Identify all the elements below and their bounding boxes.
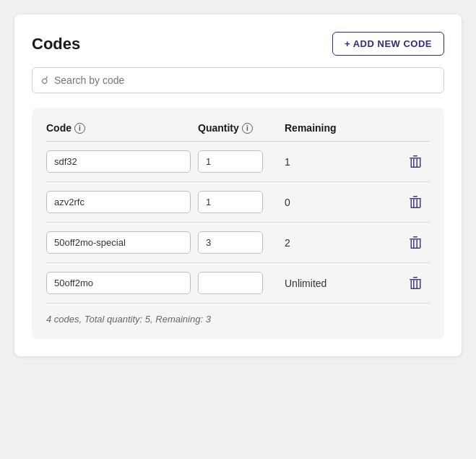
code-input-4[interactable] — [46, 272, 191, 294]
delete-button-1[interactable] — [401, 153, 430, 171]
table-row: 1 — [46, 142, 430, 182]
svg-rect-26 — [413, 280, 415, 288]
svg-rect-27 — [417, 280, 418, 288]
col-quantity: Quantity i — [198, 122, 277, 134]
add-new-code-button[interactable]: + ADD NEW CODE — [332, 32, 444, 56]
card-header: Codes + ADD NEW CODE — [32, 32, 444, 56]
svg-rect-8 — [413, 196, 417, 197]
svg-rect-12 — [413, 199, 415, 207]
trash-icon — [409, 276, 422, 291]
svg-rect-7 — [410, 198, 421, 200]
svg-rect-1 — [413, 155, 417, 157]
svg-rect-18 — [411, 247, 420, 249]
col-actions — [401, 122, 430, 134]
svg-rect-23 — [411, 280, 412, 288]
code-info-icon[interactable]: i — [74, 123, 85, 134]
svg-rect-9 — [411, 199, 412, 207]
table-row: 0 — [46, 182, 430, 223]
svg-rect-15 — [413, 236, 417, 238]
svg-rect-20 — [417, 239, 418, 248]
svg-rect-21 — [410, 279, 421, 280]
svg-rect-16 — [411, 239, 412, 248]
svg-rect-14 — [410, 239, 421, 240]
svg-rect-5 — [413, 158, 415, 167]
search-input[interactable] — [54, 74, 435, 86]
search-bar: ☌ — [32, 67, 444, 93]
svg-rect-22 — [413, 277, 417, 278]
svg-rect-0 — [410, 158, 421, 159]
svg-rect-19 — [413, 239, 415, 248]
delete-button-4[interactable] — [401, 275, 430, 292]
svg-rect-2 — [411, 158, 412, 167]
code-input-1[interactable] — [46, 150, 191, 173]
svg-rect-10 — [420, 199, 421, 207]
remaining-value-4: Unlimited — [285, 278, 394, 289]
table-header: Code i Quantity i Remaining — [46, 122, 430, 142]
remaining-value-1: 1 — [285, 156, 394, 168]
col-remaining: Remaining — [285, 122, 394, 134]
quantity-input-1[interactable] — [198, 150, 263, 173]
delete-button-2[interactable] — [401, 194, 430, 211]
svg-rect-25 — [411, 288, 420, 289]
svg-rect-3 — [420, 158, 421, 167]
codes-table-card: Code i Quantity i Remaining 1 — [32, 108, 444, 339]
col-code: Code i — [46, 122, 191, 134]
trash-icon — [409, 236, 422, 250]
table-row: 2 — [46, 223, 430, 263]
table-row: Unlimited — [46, 263, 430, 304]
code-input-3[interactable] — [46, 231, 191, 254]
svg-rect-4 — [411, 166, 420, 168]
quantity-input-3[interactable] — [198, 231, 263, 254]
remaining-value-2: 0 — [285, 197, 394, 208]
codes-card: Codes + ADD NEW CODE ☌ Code i Quantity i… — [14, 14, 462, 356]
svg-rect-6 — [417, 158, 418, 167]
svg-rect-13 — [417, 199, 418, 207]
code-input-2[interactable] — [46, 191, 191, 213]
delete-button-3[interactable] — [401, 234, 430, 252]
svg-rect-24 — [420, 280, 421, 288]
svg-rect-17 — [420, 239, 421, 248]
table-summary: 4 codes, Total quantity: 5, Remaining: 3 — [46, 314, 430, 325]
quantity-info-icon[interactable]: i — [242, 123, 253, 134]
remaining-value-3: 2 — [285, 237, 394, 249]
svg-rect-11 — [411, 207, 420, 208]
page-title: Codes — [32, 35, 80, 53]
trash-icon — [409, 155, 422, 169]
trash-icon — [409, 195, 422, 210]
search-icon: ☌ — [41, 74, 48, 87]
quantity-input-4[interactable] — [198, 272, 263, 294]
quantity-input-2[interactable] — [198, 191, 263, 213]
